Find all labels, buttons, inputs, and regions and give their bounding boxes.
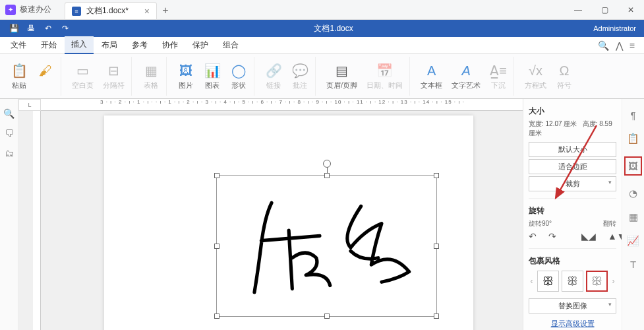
ribbon: 📋粘贴 🖌 ▭空白页 ⊟分隔符 ▦表格 🖼图片 📊图表 ◯形状 🔗链接 💬批注 …	[0, 54, 644, 99]
menu-start[interactable]: 开始	[34, 37, 63, 53]
image-selection[interactable]	[216, 175, 437, 317]
table-properties-icon[interactable]: ▦	[629, 211, 638, 223]
resize-handle-tl[interactable]	[214, 173, 220, 178]
dropcap-button[interactable]: A̲≡下沉	[487, 61, 510, 92]
new-tab-button[interactable]: +	[157, 2, 174, 19]
canvas-area[interactable]: L 3 · ı · 2 · ı · 1 · ı · · ı · 1 · ı · …	[18, 99, 523, 330]
symbol-button[interactable]: Ω符号	[553, 61, 575, 92]
save-icon[interactable]: 💾	[5, 20, 22, 37]
collapse-ribbon-icon[interactable]: ⋀	[616, 40, 623, 51]
close-window-button[interactable]: ✕	[618, 0, 644, 20]
paste-button[interactable]: 📋粘贴	[8, 61, 30, 92]
resize-handle-tr[interactable]	[434, 173, 439, 178]
menu-insert[interactable]: 插入	[65, 36, 94, 54]
comment-button[interactable]: 💬批注	[289, 61, 311, 92]
replace-image-button[interactable]: 替换图像▾	[529, 298, 616, 314]
picture-button[interactable]: 🖼图片	[175, 61, 197, 92]
menu-file[interactable]: 文件	[4, 37, 33, 53]
wrap-heading: 包裹风格	[529, 255, 616, 267]
wrap-style-3[interactable]: ꕥ	[586, 271, 608, 292]
paragraph-icon[interactable]: ¶	[630, 110, 635, 121]
wrap-prev-icon[interactable]: ‹	[529, 277, 535, 286]
document-tab[interactable]: ≡ 文档1.docx* ×	[65, 2, 157, 19]
search-icon[interactable]: 🔍	[598, 40, 609, 51]
menu-bar: 文件 开始 插入 布局 参考 协作 保护 组合 🔍 ⋀ ≡	[0, 37, 644, 54]
resize-handle-br[interactable]	[434, 314, 439, 319]
doc-icon: ≡	[72, 7, 81, 16]
wrap-style-1[interactable]: ꕥ	[537, 271, 559, 292]
flip-vertical-icon[interactable]: ▲▼	[608, 231, 622, 242]
right-tool-strip: ¶ 📋 🖼 ◔ ▦ 📈 T	[622, 99, 644, 330]
shape-properties-icon[interactable]: ◔	[629, 187, 637, 199]
crop-button[interactable]: 裁剪▾	[529, 176, 616, 191]
wordart-button[interactable]: A文字艺术	[449, 61, 483, 92]
resize-handle-l[interactable]	[214, 244, 220, 249]
brush-button[interactable]: 🖌	[34, 61, 57, 92]
tab-title: 文档1.docx*	[86, 5, 129, 16]
vertical-ruler	[33, 111, 41, 330]
app-name: 极速办公	[20, 4, 51, 15]
menu-reference[interactable]: 参考	[125, 37, 154, 53]
rotate-handle[interactable]	[323, 160, 331, 168]
signature-image	[223, 182, 430, 306]
comment-tool-icon[interactable]: 🗨	[5, 128, 14, 139]
close-tab-icon[interactable]: ×	[144, 6, 150, 16]
document-tabs: ≡ 文档1.docx* × +	[65, 0, 174, 19]
search-tool-icon[interactable]: 🔍	[3, 108, 15, 119]
left-tool-strip: 🔍 🗨 🗂	[0, 99, 18, 330]
redo-icon[interactable]: ↷	[57, 20, 74, 37]
image-properties-icon[interactable]: 🖼	[624, 156, 642, 176]
app-icon: ✦	[5, 5, 16, 15]
user-label[interactable]: Administrator	[593, 24, 639, 32]
resize-handle-b[interactable]	[324, 314, 330, 319]
resize-handle-bl[interactable]	[214, 314, 220, 319]
title-bar: ✦ 极速办公 ≡ 文档1.docx* × + — ▢ ✕	[0, 0, 644, 20]
menu-protect[interactable]: 保护	[186, 37, 215, 53]
rotate-right-icon[interactable]: ↷	[548, 231, 556, 242]
menu-more-icon[interactable]: ≡	[629, 40, 635, 51]
chart-properties-icon[interactable]: 📈	[627, 235, 639, 247]
header-footer-button[interactable]: ▤页眉/页脚	[324, 61, 360, 92]
dimensions-row: 宽度: 12.07 厘米 高度: 8.59 厘米	[529, 119, 616, 138]
fit-margin-button[interactable]: 适合边距	[529, 159, 616, 174]
menu-group[interactable]: 组合	[216, 37, 245, 53]
advanced-settings-link[interactable]: 显示高级设置	[529, 319, 616, 329]
format-panel: 大小 宽度: 12.07 厘米 高度: 8.59 厘米 默认大小 适合边距 裁剪…	[523, 99, 622, 330]
blank-page-button[interactable]: ▭空白页	[69, 61, 96, 92]
workspace: 🔍 🗨 🗂 L 3 · ı · 2 · ı · 1 · ı · · ı · 1 …	[0, 99, 644, 330]
horizontal-ruler: 3 · ı · 2 · ı · 1 · ı · · ı · 1 · ı · 2 …	[41, 99, 523, 111]
equation-button[interactable]: √x方程式	[522, 61, 549, 92]
quick-access-bar: 💾 🖶 ↶ ↷ 文档1.docx Administrator	[0, 20, 644, 37]
wrap-style-2[interactable]: ꕥ	[562, 271, 583, 292]
ruler-corner: L	[18, 99, 41, 111]
maximize-button[interactable]: ▢	[591, 0, 618, 20]
default-size-button[interactable]: 默认大小	[529, 142, 616, 157]
page-break-button[interactable]: ⊟分隔符	[100, 61, 127, 92]
shape-button[interactable]: ◯形状	[227, 61, 250, 92]
wrap-next-icon[interactable]: ›	[610, 277, 616, 286]
rotate-heading: 旋转	[529, 205, 616, 216]
print-icon[interactable]: 🖶	[22, 20, 40, 37]
text-properties-icon[interactable]: T	[630, 259, 636, 270]
menu-layout[interactable]: 布局	[95, 37, 124, 53]
table-button[interactable]: ▦表格	[140, 61, 162, 92]
undo-icon[interactable]: ↶	[40, 20, 57, 37]
flip-horizontal-icon[interactable]: ◣◢	[581, 231, 596, 242]
chart-button[interactable]: 📊图表	[201, 61, 223, 92]
clipboard-icon[interactable]: 📋	[627, 133, 639, 145]
rotate-left-icon[interactable]: ↶	[529, 231, 537, 242]
size-heading: 大小	[529, 106, 616, 117]
minimize-button[interactable]: —	[565, 0, 591, 20]
textbox-button[interactable]: A文本框	[418, 61, 445, 92]
resize-handle-r[interactable]	[434, 244, 439, 249]
resize-handle-t[interactable]	[324, 173, 330, 178]
layers-tool-icon[interactable]: 🗂	[5, 148, 14, 158]
window-controls: — ▢ ✕	[565, 0, 644, 20]
link-button[interactable]: 🔗链接	[262, 61, 285, 92]
menu-collab[interactable]: 协作	[156, 37, 185, 53]
date-time-button[interactable]: 📅日期、时间	[364, 61, 405, 92]
window-title: 文档1.docx	[74, 23, 593, 34]
